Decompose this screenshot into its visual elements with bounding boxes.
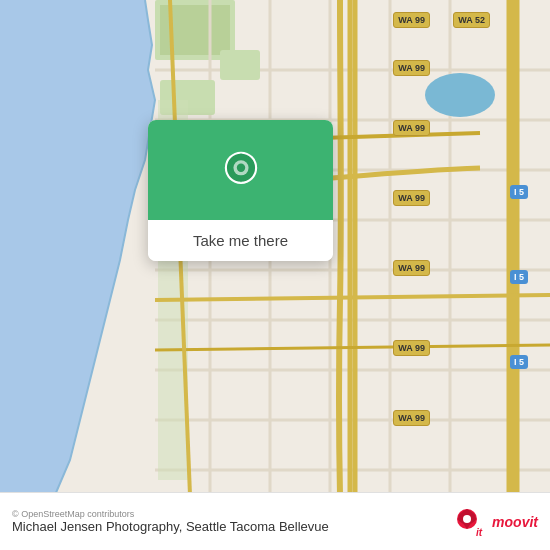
map-svg <box>0 0 550 550</box>
map-container: WA 99 WA 52 WA 99 WA 99 WA 99 WA 99 WA 9… <box>0 0 550 550</box>
location-pin-icon <box>220 151 262 193</box>
route-wa99-label-5: WA 99 <box>393 190 430 206</box>
route-wa99-label-7: WA 99 <box>393 340 430 356</box>
route-i5-label-3: I 5 <box>510 355 528 369</box>
route-wa99-label-3: WA 99 <box>393 60 430 76</box>
svg-point-21 <box>425 73 495 117</box>
take-me-there-button[interactable]: Take me there <box>148 220 333 261</box>
svg-point-29 <box>463 515 471 523</box>
route-wa99-label-2: WA 52 <box>453 12 490 28</box>
route-wa99-label-6: WA 99 <box>393 260 430 276</box>
route-wa99-label-4: WA 99 <box>393 120 430 136</box>
info-left: © OpenStreetMap contributors Michael Jen… <box>12 509 329 534</box>
location-name-text: Michael Jensen Photography, Seattle Taco… <box>12 519 329 534</box>
route-i5-label-1: I 5 <box>510 185 528 199</box>
route-wa99-label-1: WA 99 <box>393 12 430 28</box>
svg-point-27 <box>236 164 244 172</box>
info-bar: © OpenStreetMap contributors Michael Jen… <box>0 492 550 550</box>
svg-text:it: it <box>476 527 483 538</box>
moovit-brand-text: moovit <box>492 514 538 530</box>
copyright-text: © OpenStreetMap contributors <box>12 509 329 519</box>
route-wa99-label-8: WA 99 <box>393 410 430 426</box>
svg-rect-23 <box>220 50 260 80</box>
moovit-icon: it <box>456 506 488 538</box>
moovit-logo: it moovit <box>456 506 538 538</box>
popup-header <box>148 120 333 220</box>
route-i5-label-2: I 5 <box>510 270 528 284</box>
location-popup: Take me there <box>148 120 333 261</box>
